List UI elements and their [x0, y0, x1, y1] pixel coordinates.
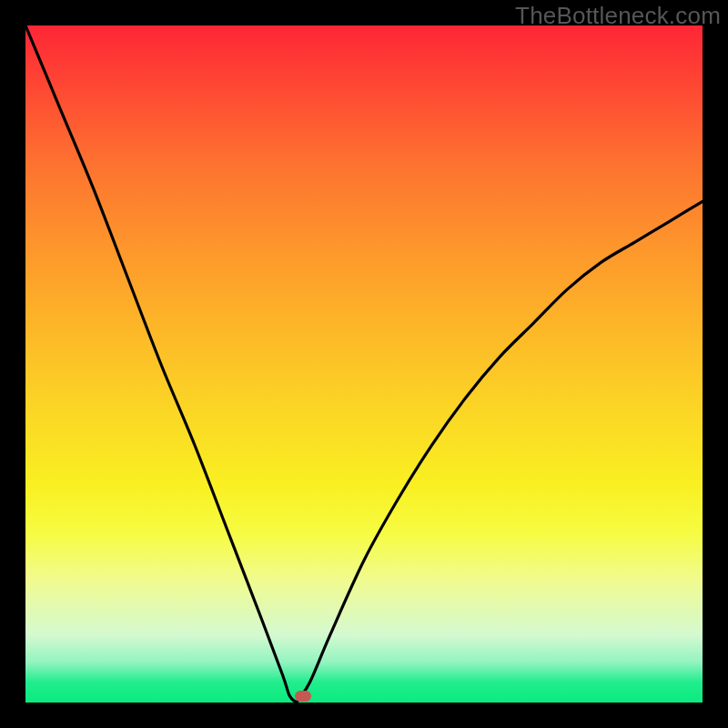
watermark-text: TheBottleneck.com: [515, 2, 721, 30]
plot-area: [25, 25, 703, 703]
minimum-marker: [295, 691, 311, 702]
chart-frame: TheBottleneck.com: [0, 0, 728, 728]
bottleneck-curve: [25, 25, 703, 703]
